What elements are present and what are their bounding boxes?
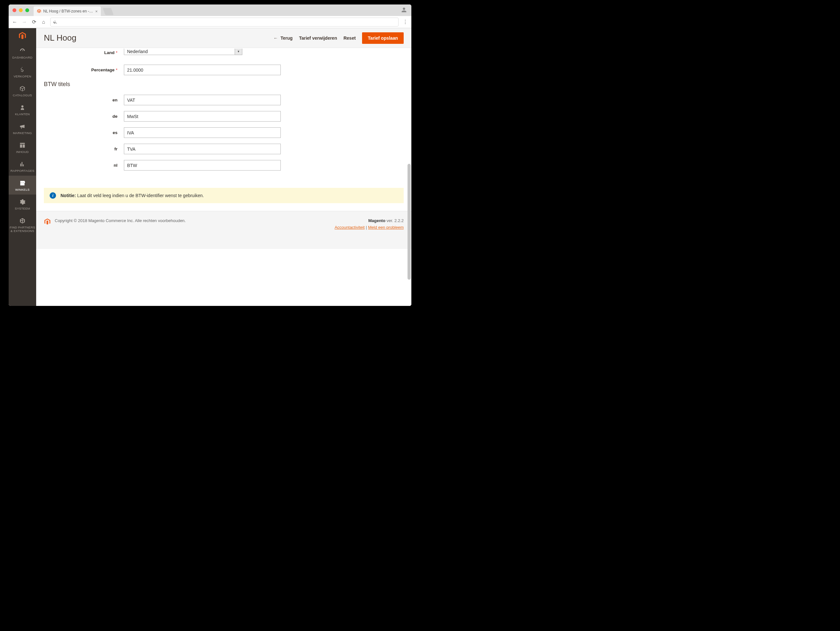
btw-title-input-de[interactable] xyxy=(124,111,281,121)
percentage-input[interactable] xyxy=(124,65,281,75)
back-button-label: Terug xyxy=(280,36,292,41)
percentage-label: Percentage* xyxy=(44,68,124,72)
magento-favicon xyxy=(37,9,41,13)
sidebar-item-megaphone[interactable]: MARKETING xyxy=(9,119,36,138)
browser-menu-icon[interactable]: ⋮ xyxy=(403,19,408,25)
sidebar-item-label: WINKELS xyxy=(15,188,30,191)
url-bar[interactable] xyxy=(50,17,399,27)
sidebar-item-label: DASHBOARD xyxy=(13,56,33,59)
land-select-value: Nederland xyxy=(124,49,235,55)
profile-icon[interactable] xyxy=(401,6,407,13)
window-controls xyxy=(13,8,29,12)
scrollbar[interactable] xyxy=(407,48,411,305)
btw-title-label-es: es xyxy=(44,130,124,135)
btw-title-row-es: es xyxy=(44,127,404,138)
magento-logo[interactable] xyxy=(9,28,36,44)
arrow-left-icon: ← xyxy=(273,36,278,41)
magento-footer-logo xyxy=(44,218,51,225)
section-title-btw-titels: BTW titels xyxy=(44,81,404,88)
browser-tabbar: NL Hoog / BTW-zones en -tarie × xyxy=(9,5,411,16)
admin-sidebar: DASHBOARDVERKOPENCATALOGUSKLANTENMARKETI… xyxy=(9,28,36,306)
btw-title-label-de: de xyxy=(44,114,124,119)
app-container: DASHBOARDVERKOPENCATALOGUSKLANTENMARKETI… xyxy=(9,28,411,306)
search-icon xyxy=(53,20,58,24)
sidebar-item-label: MARKETING xyxy=(13,131,32,135)
sidebar-item-person[interactable]: KLANTEN xyxy=(9,100,36,119)
cube-icon xyxy=(19,85,25,92)
back-icon[interactable]: ← xyxy=(12,19,17,25)
btw-title-input-nl[interactable] xyxy=(124,160,281,170)
sidebar-item-box[interactable]: FIND PARTNERS & EXTENSIONS xyxy=(9,213,36,236)
land-label: Land* xyxy=(44,50,124,55)
land-select[interactable]: Nederland ▼ xyxy=(124,49,242,55)
save-rate-button[interactable]: Tarief opslaan xyxy=(362,32,404,44)
sidebar-item-label: INHOUD xyxy=(16,150,28,154)
btw-title-label-fr: fr xyxy=(44,147,124,151)
minimize-window-button[interactable] xyxy=(19,8,23,12)
sidebar-item-label: CATALOGUS xyxy=(13,93,32,97)
copyright-text: Copyright © 2018 Magento Commerce Inc. A… xyxy=(55,218,186,223)
back-button[interactable]: ← Terug xyxy=(273,36,292,41)
btw-title-label-en: en xyxy=(44,98,124,103)
store-icon xyxy=(19,180,25,186)
btw-title-input-fr[interactable] xyxy=(124,144,281,154)
page-header: NL Hoog ← Terug Tarief verwijderen Reset… xyxy=(36,28,411,48)
sidebar-item-layout[interactable]: INHOUD xyxy=(9,138,36,157)
btw-title-input-en[interactable] xyxy=(124,95,281,105)
percentage-row: Percentage* xyxy=(44,65,404,75)
version-text: Magento ver. 2.2.2 xyxy=(335,218,404,223)
gear-icon xyxy=(19,199,25,205)
sidebar-item-label: SYSTEEM xyxy=(15,207,30,210)
tab-title: NL Hoog / BTW-zones en -tarie xyxy=(43,9,93,13)
tab-close-icon[interactable]: × xyxy=(95,9,98,14)
sidebar-item-dashboard[interactable]: DASHBOARD xyxy=(9,44,36,62)
sidebar-item-label: KLANTEN xyxy=(15,112,30,116)
megaphone-icon xyxy=(19,123,25,130)
sidebar-item-label: VERKOPEN xyxy=(13,74,31,78)
sidebar-item-bars[interactable]: RAPPORTAGES xyxy=(9,157,36,176)
bars-icon xyxy=(19,161,25,168)
layout-icon xyxy=(19,142,25,149)
maximize-window-button[interactable] xyxy=(25,8,29,12)
page-title: NL Hoog xyxy=(44,33,267,43)
person-icon xyxy=(19,104,25,111)
box-icon xyxy=(19,217,25,224)
reload-icon[interactable]: ⟳ xyxy=(31,19,37,25)
sidebar-item-label: RAPPORTAGES xyxy=(11,169,35,172)
dollar-icon xyxy=(19,66,25,73)
scrollbar-thumb[interactable] xyxy=(407,164,411,280)
btw-title-row-de: de xyxy=(44,111,404,121)
btw-title-row-fr: fr xyxy=(44,144,404,154)
btw-title-row-nl: nl xyxy=(44,160,404,170)
new-tab-button[interactable] xyxy=(103,8,114,15)
browser-tab[interactable]: NL Hoog / BTW-zones en -tarie × xyxy=(34,6,101,16)
content-area: Land* Nederland ▼ Percentage* xyxy=(36,48,411,306)
reset-button[interactable]: Reset xyxy=(344,36,356,41)
home-icon[interactable]: ⌂ xyxy=(41,19,46,25)
admin-footer: Copyright © 2018 Magento Commerce Inc. A… xyxy=(36,211,411,249)
report-problem-link[interactable]: Meld een probleem xyxy=(368,225,404,230)
main-panel: NL Hoog ← Terug Tarief verwijderen Reset… xyxy=(36,28,411,306)
chevron-down-icon: ▼ xyxy=(235,49,242,55)
account-activity-link[interactable]: Accountactiviteit xyxy=(335,225,365,230)
browser-window: NL Hoog / BTW-zones en -tarie × ← → ⟳ ⌂ … xyxy=(9,5,411,306)
sidebar-item-dollar[interactable]: VERKOPEN xyxy=(9,62,36,81)
delete-rate-button[interactable]: Tarief verwijderen xyxy=(299,36,337,41)
btw-title-input-es[interactable] xyxy=(124,127,281,138)
dashboard-icon xyxy=(19,47,25,54)
close-window-button[interactable] xyxy=(13,8,16,12)
notice-box: i Notitie: Laat dit veld leeg indien u d… xyxy=(44,188,404,203)
notice-text: Notitie: Laat dit veld leeg indien u de … xyxy=(60,193,204,198)
sidebar-item-gear[interactable]: SYSTEEM xyxy=(9,194,36,213)
sidebar-item-label: FIND PARTNERS & EXTENSIONS xyxy=(9,226,36,233)
btw-title-label-nl: nl xyxy=(44,163,124,168)
forward-icon: → xyxy=(21,19,27,25)
browser-toolbar: ← → ⟳ ⌂ ⋮ xyxy=(9,16,411,28)
sidebar-item-cube[interactable]: CATALOGUS xyxy=(9,81,36,100)
sidebar-item-store[interactable]: WINKELS xyxy=(9,176,36,194)
btw-title-row-en: en xyxy=(44,95,404,105)
land-row: Land* Nederland ▼ xyxy=(44,49,404,55)
info-icon: i xyxy=(50,192,56,199)
